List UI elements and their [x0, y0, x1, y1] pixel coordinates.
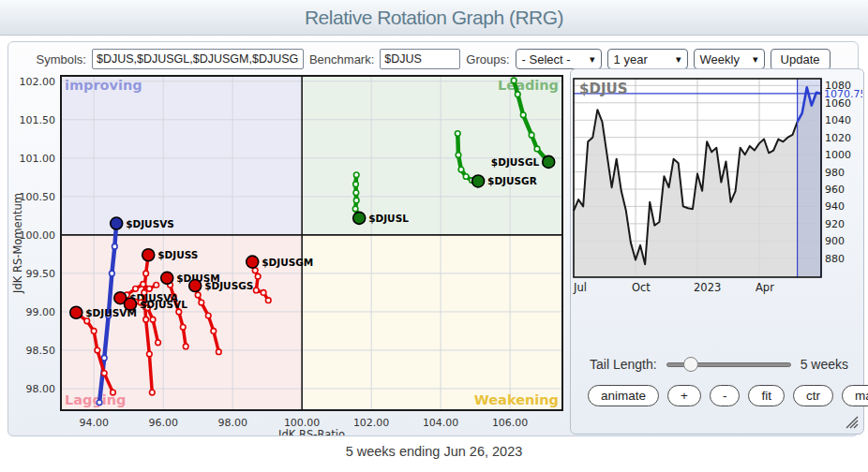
slider-handle[interactable] — [683, 357, 698, 372]
center-button[interactable]: ctr — [793, 385, 833, 406]
price-chart[interactable]: $DJUS88090092094096098010001020104010601… — [572, 73, 862, 302]
page: Relative Rotation Graph (RRG) Symbols: B… — [0, 0, 868, 472]
trail-dot — [458, 167, 464, 172]
head-dot-$DJUSM[interactable] — [161, 272, 173, 284]
symbol-label-$DJUSS: $DJUSS — [157, 249, 198, 260]
quadrant-improving — [61, 76, 302, 235]
head-dot-$DJUSGM[interactable] — [247, 256, 259, 268]
x-tick-label: 104.00 — [423, 417, 459, 429]
price-x-tick: Oct — [632, 281, 651, 294]
frequency-select[interactable]: Weekly ▾ — [694, 49, 765, 69]
price-plot[interactable]: $DJUS88090092094096098010001020104010601… — [572, 73, 862, 298]
symbol-label-$DJUSL: $DJUSL — [368, 213, 409, 224]
trail-dot — [150, 390, 156, 395]
max-button[interactable]: max — [842, 385, 868, 406]
zoom-out-button[interactable]: - — [710, 385, 741, 406]
period-select-value: 1 year — [614, 52, 648, 66]
tail-length-slider[interactable] — [666, 355, 791, 374]
fit-button[interactable]: fit — [748, 385, 785, 406]
trail-dot — [511, 78, 516, 83]
head-dot-$DJUSGS[interactable] — [189, 280, 202, 292]
head-dot-$DJUSVS[interactable] — [111, 217, 123, 229]
trail-dot — [143, 271, 149, 276]
resize-grip[interactable] — [845, 415, 859, 429]
quadrant-weakening — [302, 235, 562, 410]
x-tick-label: 94.00 — [79, 417, 109, 429]
chevron-down-icon: ▾ — [676, 53, 681, 66]
trail-dot — [352, 206, 358, 212]
frequency-select-value: Weekly — [700, 52, 740, 66]
groups-select-value: - Select - — [522, 52, 571, 66]
update-button[interactable]: Update — [771, 49, 831, 70]
trail-dot — [101, 355, 107, 361]
trail-dot — [91, 329, 97, 334]
main-panel: Symbols: Benchmark: Groups: - Select - ▾… — [7, 41, 859, 436]
trail-dot — [141, 282, 146, 288]
trail-dot — [199, 300, 204, 305]
symbols-input[interactable] — [92, 49, 304, 69]
rrg-plot[interactable]: improvingLeadingLaggingWeakening94.0096.… — [12, 70, 571, 435]
trail-dot — [101, 371, 107, 376]
trail-dot — [150, 317, 156, 322]
trail-dot — [133, 287, 139, 292]
trail-dot — [84, 318, 90, 324]
head-dot-$DJUSL[interactable] — [353, 212, 366, 224]
y-tick-label: 99.50 — [26, 268, 56, 280]
benchmark-input[interactable] — [380, 49, 460, 69]
price-x-tick: Jul — [573, 281, 587, 294]
y-tick-label: 100.50 — [20, 191, 56, 203]
animate-button[interactable]: animate — [588, 385, 659, 406]
quadrant-label-lagging: Lagging — [65, 392, 126, 407]
trail-dot — [183, 344, 188, 349]
trail-dot — [353, 198, 359, 203]
x-tick-label: 102.00 — [353, 417, 390, 429]
x-tick-label: 98.00 — [217, 417, 247, 429]
head-dot-$DJUSGL[interactable] — [543, 155, 555, 168]
y-tick-label: 98.00 — [26, 383, 56, 395]
price-widget[interactable]: $DJUS88090092094096098010001020104010601… — [570, 68, 864, 435]
trail-dot — [110, 271, 115, 276]
price-x-tick: Apr — [756, 281, 774, 294]
trail-dot — [217, 349, 222, 355]
head-dot-$DJUSS[interactable] — [142, 249, 155, 261]
trail-dot — [353, 182, 359, 187]
page-title: Relative Rotation Graph (RRG) — [305, 0, 563, 36]
quadrant-label-improving: improving — [65, 78, 142, 93]
y-tick-label: 101.00 — [20, 153, 56, 165]
groups-select[interactable]: - Select - ▾ — [516, 49, 602, 69]
price-y-tick: 980 — [825, 167, 845, 179]
period-select[interactable]: 1 year ▾ — [607, 49, 688, 69]
toolbar: Symbols: Benchmark: Groups: - Select - ▾… — [8, 48, 858, 70]
y-tick-label: 98.50 — [26, 345, 56, 357]
head-dot-$DJUSVM[interactable] — [70, 306, 82, 318]
rrg-chart[interactable]: improvingLeadingLaggingWeakening94.0096.… — [12, 70, 571, 435]
trail-dot — [112, 243, 118, 249]
chevron-down-icon: ▾ — [753, 53, 758, 66]
head-dot-$DJUSGR[interactable] — [472, 175, 485, 187]
price-y-tick: 960 — [825, 184, 845, 196]
price-y-tick: 1020 — [825, 132, 851, 144]
symbol-label-$DJUSVL: $DJUSVL — [140, 299, 187, 310]
trail-dot — [111, 390, 116, 395]
trail-dot — [261, 290, 266, 296]
groups-label: Groups: — [466, 52, 509, 66]
footer-caption: 5 weeks ending Jun 26, 2023 — [0, 444, 868, 459]
tail-highlight-band — [798, 79, 821, 277]
tail-length-label: Tail Length: — [590, 357, 657, 372]
trail-dot — [463, 174, 469, 180]
chevron-down-icon: ▾ — [590, 53, 595, 66]
y-tick-label: 100.00 — [20, 229, 56, 242]
trail-dot — [515, 92, 520, 97]
trail-dot — [353, 172, 359, 178]
symbol-label-$DJUSVS: $DJUSVS — [126, 218, 174, 229]
trail-dot — [211, 329, 217, 334]
y-tick-label: 99.00 — [26, 306, 56, 318]
trail-dot — [265, 298, 271, 303]
trail-dot — [255, 273, 261, 279]
trail-dot — [97, 400, 102, 406]
zoom-in-button[interactable]: + — [667, 385, 701, 406]
price-y-tick: 920 — [825, 218, 845, 230]
benchmark-label: Benchmark: — [309, 52, 374, 66]
trail-dot — [195, 292, 201, 298]
tail-length-row: Tail Length: 5 weeks — [590, 355, 848, 374]
